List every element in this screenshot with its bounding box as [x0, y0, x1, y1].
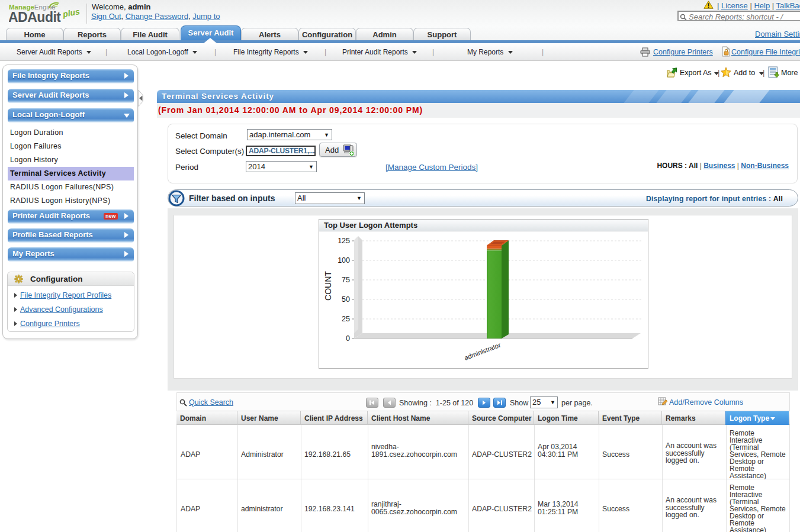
svg-text:0: 0 — [346, 334, 350, 343]
svg-text:25: 25 — [342, 315, 350, 323]
svg-text:plus: plus — [62, 7, 81, 19]
svg-text:COUNT: COUNT — [323, 271, 333, 301]
svg-text:100: 100 — [338, 256, 350, 265]
svg-text:50: 50 — [342, 295, 350, 304]
svg-text:75: 75 — [342, 276, 350, 284]
svg-text:administrator: administrator — [463, 341, 502, 361]
svg-text:ADAudit: ADAudit — [9, 9, 61, 25]
svg-text:125: 125 — [338, 237, 350, 245]
